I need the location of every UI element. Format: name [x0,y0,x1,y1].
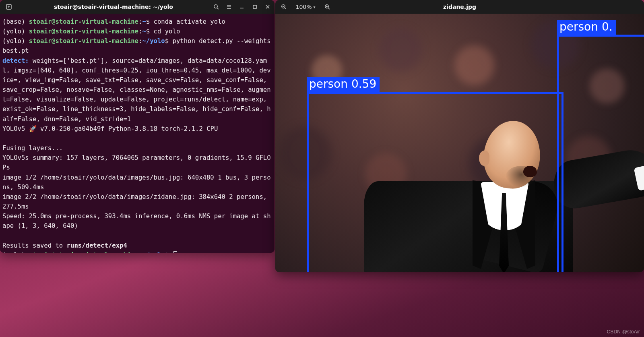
terminal-body[interactable]: (base) stoair@stoair-virtual-machine:~$ … [0,14,275,253]
command: conda activate yolo [154,18,225,25]
viewer-title: zidane.jpg [335,4,584,10]
maximize-button[interactable] [249,1,261,13]
search-button[interactable] [210,1,222,13]
prompt-userhost: stoair@stoair-virtual-machine [29,28,138,35]
cursor [173,251,177,253]
minimize-button[interactable] [236,1,248,13]
prompt-userhost: stoair@stoair-virtual-machine [29,37,138,45]
terminal-window: stoair@stoair-virtual-machine: ~/yolo (b… [0,0,275,253]
image-viewer-window: 100% ▾ zidane.jpg [275,0,644,272]
watermark: CSDN @stoAir [607,329,640,335]
speed-line: Speed: 25.0ms pre-process, 393.4ms infer… [2,213,271,229]
detection-box-1 [557,35,644,272]
results-prefix: Results saved to [2,242,67,249]
terminal-titlebar[interactable]: stoair@stoair-virtual-machine: ~/yolo [0,0,275,14]
svg-line-13 [285,8,286,9]
image1-line: image 1/2 /home/stoair/yolo/data/images/… [2,174,271,191]
detection-label-0: person 0.59 [307,77,380,92]
zoom-out-button[interactable] [278,1,290,13]
command: cd yolo [154,28,180,35]
prompt-userhost: stoair@stoair-virtual-machine [29,18,138,25]
prompt-cwd: ~ [142,28,146,35]
detection-label-1: person 0. [557,20,616,35]
new-tab-button[interactable] [1,0,17,14]
svg-line-4 [217,8,219,9]
detect-label: detect: [2,57,29,64]
detect-args: weights=['best.pt'], source=data/images,… [2,57,271,123]
terminal-title: stoair@stoair-virtual-machine: ~/yolo [19,4,208,10]
image-canvas[interactable]: person 0.59 person 0. [275,14,644,272]
zoom-in-button[interactable] [321,1,333,13]
menu-button[interactable] [223,1,235,13]
svg-line-16 [328,8,330,9]
close-button[interactable] [262,1,274,13]
prompt-env: (base) [2,18,29,25]
prompt-env: (yolo) [2,252,29,253]
prompt-env: (yolo) [2,28,29,35]
detection-box-0 [307,92,564,272]
svg-point-3 [214,5,217,8]
version-line: YOLOv5 🚀 v7.0-250-ga04b49f Python-3.8.18… [2,125,218,132]
viewer-titlebar[interactable]: 100% ▾ zidane.jpg [275,0,644,14]
zoom-level[interactable]: 100% ▾ [291,4,320,10]
prompt-env: (yolo) [2,37,29,45]
summary-line: YOLOv5s summary: 157 layers, 7064065 par… [2,154,271,171]
prompt-cwd: ~/yolo [142,252,165,253]
prompt-cwd: ~/yolo [142,37,165,45]
fusing-line: Fusing layers... [2,145,63,152]
results-path: runs/detect/exp4 [67,242,127,249]
image2-line: image 2/2 /home/stoair/yolo/data/images/… [2,193,271,210]
svg-rect-9 [253,5,256,8]
prompt-cwd: ~ [142,18,146,25]
zoom-text: 100% [295,4,312,10]
prompt-userhost: stoair@stoair-virtual-machine [29,252,138,253]
chevron-down-icon: ▾ [314,5,316,9]
